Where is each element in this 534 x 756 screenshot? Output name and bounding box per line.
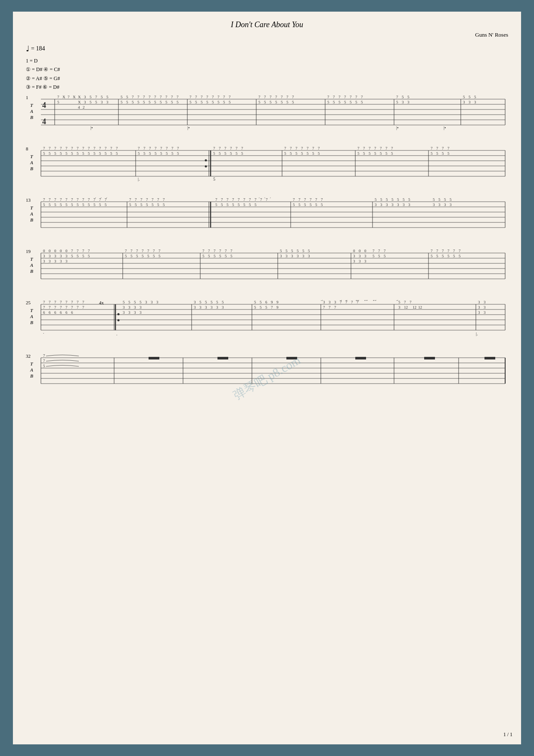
- svg-text:7: 7: [82, 305, 84, 309]
- svg-text:3: 3: [297, 254, 299, 258]
- svg-text:3: 3: [375, 203, 377, 207]
- tab-staff-2: T A B 7 7 7 7 7 7 7: [26, 146, 508, 184]
- svg-text:5: 5: [444, 197, 446, 202]
- svg-text:7: 7: [71, 197, 73, 202]
- svg-text:7: 7: [82, 300, 84, 304]
- svg-text:3: 3: [199, 305, 202, 309]
- svg-text:5: 5: [304, 203, 306, 207]
- svg-text:7: 7: [110, 146, 112, 150]
- svg-text:5: 5: [142, 254, 144, 258]
- svg-text:7: 7: [230, 146, 232, 150]
- svg-text:5: 5: [88, 151, 90, 156]
- tab-row-3: 13 T A B 7: [26, 197, 508, 236]
- svg-text:5: 5: [321, 203, 323, 207]
- svg-text:3: 3: [380, 203, 382, 207]
- svg-text:7: 7: [334, 305, 336, 309]
- svg-text:7: 7: [49, 197, 51, 202]
- svg-text:5: 5: [126, 95, 128, 99]
- svg-text:7: 7: [82, 197, 84, 202]
- svg-text:5: 5: [110, 151, 112, 156]
- svg-text:5: 5: [469, 95, 471, 99]
- svg-rect-579: [286, 357, 297, 359]
- svg-text:5: 5: [214, 254, 216, 258]
- svg-text:7: 7: [54, 146, 56, 150]
- svg-text:5: 5: [281, 100, 283, 104]
- svg-text:4: 4: [78, 105, 80, 109]
- svg-text:5: 5: [350, 100, 352, 104]
- svg-text:7: 7: [43, 353, 45, 358]
- svg-text:7: 7: [157, 197, 159, 202]
- svg-text:7: 7: [350, 95, 352, 99]
- svg-text:5: 5: [82, 203, 84, 207]
- svg-text:7: 7: [304, 197, 306, 202]
- svg-text:7: 7: [351, 300, 353, 304]
- svg-text:7: 7: [43, 146, 45, 150]
- svg-text:3: 3: [49, 254, 51, 258]
- svg-text:5: 5: [375, 197, 377, 202]
- svg-text:3: 3: [43, 259, 45, 263]
- svg-text:7: 7: [215, 197, 217, 202]
- svg-text:5: 5: [363, 151, 365, 156]
- svg-text:5: 5: [199, 300, 202, 304]
- svg-text:5: 5: [93, 203, 96, 207]
- svg-text:3: 3: [408, 203, 410, 207]
- tab-row-5: 25 4x T A B: [26, 300, 508, 341]
- svg-text:3: 3: [123, 305, 125, 309]
- svg-text:5: 5: [219, 151, 221, 156]
- svg-text:5: 5: [134, 300, 136, 304]
- svg-text:3: 3: [43, 254, 45, 258]
- svg-text:X: X: [78, 95, 81, 99]
- svg-text:5: 5: [230, 254, 233, 258]
- svg-text:5: 5: [143, 100, 145, 104]
- svg-text:3: 3: [323, 300, 325, 304]
- svg-text:5: 5: [54, 203, 56, 207]
- svg-text:6: 6: [60, 310, 62, 315]
- tuning-info: 1 = D ① = D# ④ = C# ② = A# ⑤ = G# ③ = F#…: [26, 56, 508, 92]
- svg-text:3: 3: [353, 259, 355, 263]
- svg-text:5: 5: [140, 203, 143, 207]
- svg-text:5: 5: [147, 254, 149, 258]
- svg-text:5: 5: [229, 100, 231, 104]
- svg-text:|.: |.: [476, 331, 478, 336]
- svg-text:7: 7: [338, 95, 341, 99]
- svg-text:0: 0: [54, 249, 56, 253]
- svg-text:5: 5: [195, 100, 197, 104]
- svg-text:5: 5: [137, 100, 140, 104]
- svg-text:3: 3: [463, 100, 465, 104]
- svg-text:5: 5: [355, 100, 357, 104]
- svg-text:5: 5: [121, 95, 123, 99]
- svg-text:5: 5: [260, 300, 262, 304]
- svg-text:5: 5: [43, 364, 45, 368]
- svg-text:5: 5: [327, 100, 329, 104]
- tempo-line: ♩ = 184: [26, 43, 508, 55]
- svg-text:7: 7: [82, 146, 84, 150]
- svg-text:7: 7: [54, 305, 56, 309]
- svg-text:5: 5: [153, 254, 155, 258]
- svg-text:7: 7: [436, 146, 438, 150]
- svg-text:3: 3: [478, 310, 480, 315]
- svg-text:7: 7: [105, 146, 107, 150]
- svg-text:5: 5: [160, 100, 162, 104]
- svg-text:7: 7: [217, 95, 220, 99]
- svg-text:7: 7: [195, 95, 197, 99]
- svg-text:7: 7: [264, 95, 266, 99]
- svg-text:0: 0: [49, 249, 51, 253]
- svg-text:7: 7: [447, 249, 450, 253]
- svg-text:5: 5: [442, 151, 444, 156]
- svg-text:5: 5: [284, 151, 286, 156]
- svg-text:5: 5: [152, 203, 154, 207]
- svg-text:7: 7: [140, 197, 143, 202]
- svg-text:7: 7: [271, 305, 273, 309]
- svg-text:5: 5: [88, 254, 90, 258]
- tab-staff-3: T A B 7 7 7 7 7 7 7 7: [26, 197, 508, 236]
- svg-text:7: 7: [363, 146, 365, 150]
- svg-text:7: 7: [129, 197, 131, 202]
- tab-row-6: 32 T A B 7 7 5: [26, 353, 508, 392]
- svg-text:5: 5: [293, 203, 295, 207]
- svg-text:5: 5: [138, 151, 140, 156]
- svg-text:5: 5: [340, 300, 342, 302]
- svg-text:7: 7: [158, 249, 161, 253]
- svg-text:12: 12: [418, 305, 422, 309]
- svg-text:7: 7: [357, 146, 360, 150]
- svg-text:5: 5: [361, 100, 363, 104]
